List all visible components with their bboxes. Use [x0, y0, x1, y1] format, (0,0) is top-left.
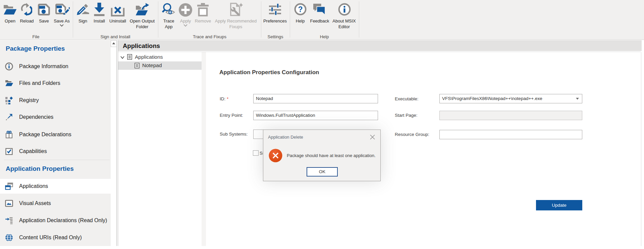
- svg-text:?: ?: [298, 5, 303, 14]
